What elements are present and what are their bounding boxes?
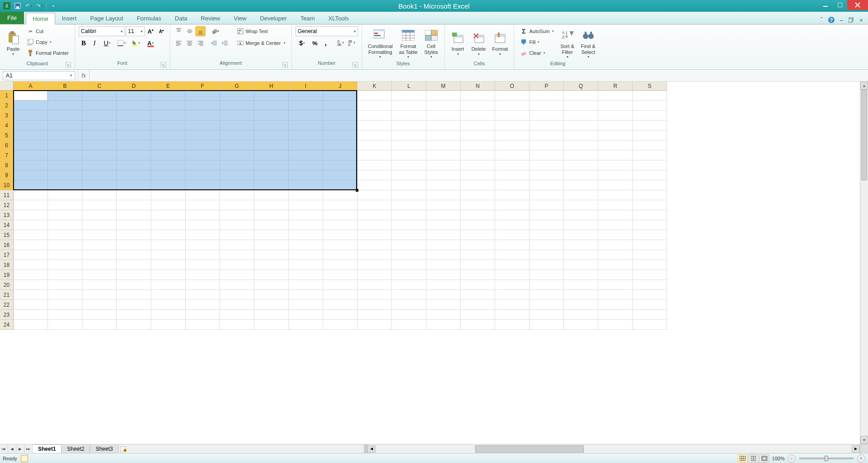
cell[interactable] (598, 140, 633, 150)
cell[interactable] (461, 210, 495, 220)
tab-page-layout[interactable]: Page Layout (83, 12, 130, 24)
cell[interactable] (254, 130, 289, 140)
cell[interactable] (358, 170, 392, 180)
cell[interactable] (323, 300, 358, 310)
cell[interactable] (461, 290, 495, 300)
percent-button[interactable]: % (310, 38, 320, 48)
cell[interactable] (289, 150, 323, 160)
zoom-level[interactable]: 100% (772, 456, 785, 461)
cell[interactable] (48, 280, 82, 290)
row-header[interactable]: 8 (0, 160, 14, 170)
cell[interactable] (14, 260, 48, 270)
cell[interactable] (82, 260, 117, 270)
cell[interactable] (289, 180, 323, 190)
cell[interactable] (598, 210, 633, 220)
cell[interactable] (82, 190, 117, 200)
cell[interactable] (529, 320, 564, 330)
cell[interactable] (529, 300, 564, 310)
cell[interactable] (392, 140, 426, 150)
cell[interactable] (254, 300, 289, 310)
cell[interactable] (82, 121, 117, 130)
cell[interactable] (461, 160, 495, 170)
number-format-combo[interactable]: General▾ (296, 26, 358, 36)
cell[interactable] (598, 111, 633, 121)
cell[interactable] (151, 190, 186, 200)
row-header[interactable]: 1 (0, 91, 14, 101)
cell[interactable] (358, 320, 392, 330)
cell[interactable] (358, 111, 392, 121)
tab-team[interactable]: Team (294, 12, 322, 24)
cell[interactable] (598, 240, 633, 250)
fill-handle[interactable] (356, 189, 358, 192)
cell[interactable] (220, 280, 254, 290)
name-box[interactable]: A1▾ (3, 71, 75, 80)
cell[interactable] (323, 220, 358, 230)
cell[interactable] (14, 190, 48, 200)
cell[interactable] (117, 290, 151, 300)
slider-thumb[interactable] (825, 456, 828, 461)
cell[interactable] (117, 91, 151, 101)
row-header[interactable]: 6 (0, 140, 14, 150)
cell[interactable] (151, 270, 186, 280)
cell[interactable] (598, 280, 633, 290)
cell[interactable] (48, 310, 82, 320)
prev-sheet-icon[interactable]: ◀ (8, 445, 16, 453)
cell[interactable] (358, 190, 392, 200)
cell[interactable] (358, 130, 392, 140)
increase-decimal-button[interactable]: .0.00 (335, 38, 345, 48)
cell[interactable] (392, 310, 426, 320)
cell[interactable] (495, 210, 529, 220)
cell[interactable] (358, 180, 392, 190)
cell[interactable] (14, 200, 48, 210)
cell[interactable] (14, 230, 48, 240)
cell[interactable] (289, 130, 323, 140)
row-header[interactable]: 23 (0, 310, 14, 320)
cell[interactable] (323, 200, 358, 210)
cell[interactable] (220, 240, 254, 250)
cell[interactable] (495, 250, 529, 260)
cell[interactable] (495, 101, 529, 111)
cell[interactable] (392, 280, 426, 290)
cell[interactable] (151, 180, 186, 190)
cell[interactable] (633, 260, 667, 270)
column-header[interactable]: O (495, 82, 529, 91)
cell[interactable] (564, 111, 598, 121)
cell[interactable] (14, 210, 48, 220)
cell[interactable] (82, 140, 117, 150)
workbook-close-icon[interactable]: × (857, 16, 865, 24)
cell[interactable] (529, 200, 564, 210)
cell[interactable] (598, 220, 633, 230)
cell[interactable] (289, 160, 323, 170)
cell[interactable] (392, 91, 426, 101)
cell[interactable] (186, 230, 220, 240)
cell[interactable] (358, 150, 392, 160)
column-header[interactable]: S (633, 82, 667, 91)
cell[interactable] (220, 270, 254, 280)
cell[interactable] (82, 290, 117, 300)
file-tab[interactable]: File (0, 12, 24, 24)
cell[interactable] (186, 150, 220, 160)
cell[interactable] (358, 270, 392, 280)
cell[interactable] (289, 170, 323, 180)
cell[interactable] (426, 320, 461, 330)
cell[interactable] (392, 250, 426, 260)
row-header[interactable]: 4 (0, 121, 14, 130)
cell[interactable] (633, 200, 667, 210)
cell[interactable] (289, 310, 323, 320)
cell[interactable] (426, 280, 461, 290)
format-cells-button[interactable]: Format▾ (490, 26, 510, 61)
row-header[interactable]: 17 (0, 250, 14, 260)
cell[interactable] (186, 190, 220, 200)
row-header[interactable]: 12 (0, 200, 14, 210)
cell[interactable] (633, 240, 667, 250)
cell[interactable] (14, 220, 48, 230)
column-header[interactable]: J (323, 82, 358, 91)
minimize-button[interactable] (818, 0, 833, 10)
cell[interactable] (186, 111, 220, 121)
column-header[interactable]: M (426, 82, 461, 91)
cell[interactable] (323, 150, 358, 160)
cell[interactable] (82, 220, 117, 230)
tab-home[interactable]: Home (26, 13, 55, 24)
column-header[interactable]: F (186, 82, 220, 91)
cell[interactable] (633, 250, 667, 260)
